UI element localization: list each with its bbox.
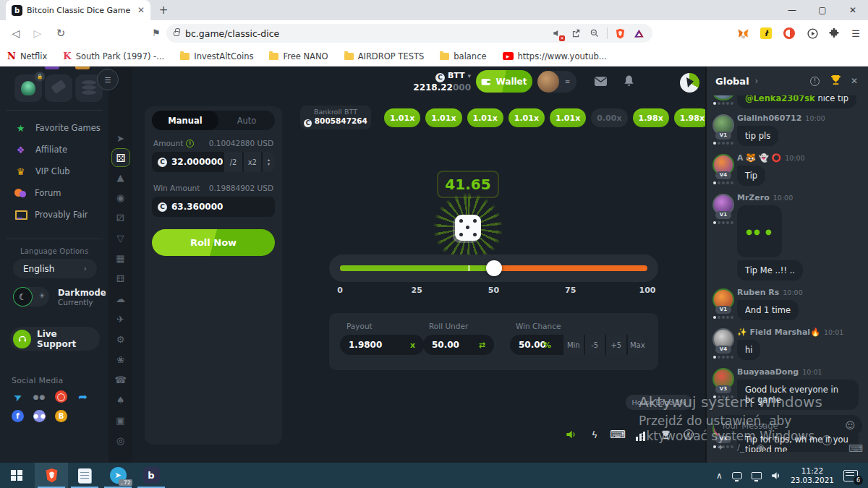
tab-close-icon[interactable]: ✕ — [137, 5, 145, 15]
chance-plus5-button[interactable]: +5 — [605, 335, 626, 355]
share-icon[interactable] — [569, 27, 582, 40]
browser-tab[interactable]: b Bitcoin Classic Dice Game - Play D ✕ — [6, 0, 150, 20]
metamask-extension-icon[interactable] — [735, 25, 751, 41]
rain-icon[interactable]: ✦ — [717, 442, 724, 453]
bookmark-flag-icon[interactable]: ⚑ — [148, 25, 165, 42]
chat-info-icon[interactable]: ! — [810, 77, 823, 86]
game-strip-icon-5[interactable]: ⚂ — [109, 213, 132, 228]
window-minimize-button[interactable]: — — [777, 0, 807, 20]
result-pill[interactable]: 1.98x — [633, 108, 669, 127]
slider-handle[interactable] — [486, 260, 502, 276]
tab-manual[interactable]: Manual — [152, 111, 218, 130]
wallet-button[interactable]: Wallet — [476, 70, 532, 93]
bookmark-folder-balance[interactable]: balance — [440, 51, 486, 61]
darkmode-toggle[interactable]: ☾ ☀ — [13, 287, 49, 307]
leaderboard-icon[interactable] — [658, 428, 673, 441]
game-strip-icon-10[interactable]: ✈ — [109, 314, 132, 330]
taskbar-bcgame[interactable]: b — [135, 463, 168, 488]
sidebar-item-favorite-games[interactable]: ★ Favorite Games — [0, 117, 109, 139]
result-pill[interactable]: 1.01x — [467, 108, 503, 127]
game-strip-icon-6[interactable]: ▽ — [109, 233, 132, 249]
roll-under-input[interactable]: 50.00⇄ — [423, 335, 494, 355]
payout-input[interactable]: 1.9800x — [340, 335, 424, 355]
sidebar-item-provably-fair[interactable]: Provably Fair — [0, 204, 109, 226]
result-pill[interactable]: 1.01x — [509, 108, 545, 127]
game-strip-icon-11[interactable]: ⚙ — [109, 334, 132, 350]
taskbar-clock[interactable]: 11:22 23.03.2021 — [791, 466, 834, 485]
sidebar-item-affiliate[interactable]: ❖ Affiliate — [0, 139, 109, 160]
facebook-icon[interactable]: f — [12, 410, 24, 422]
result-pill[interactable]: 1.01x — [550, 108, 586, 127]
back-button[interactable]: ◁ — [7, 25, 25, 42]
currency-selector[interactable]: C BTT ▾ 2218.22000 — [401, 71, 471, 93]
game-strip-icon-13[interactable]: ☎ — [109, 374, 132, 390]
bookmark-southpark[interactable]: KSouth Park (1997) -... — [63, 51, 164, 61]
notification-center-icon[interactable]: 6 — [843, 470, 858, 481]
address-bar[interactable]: bc.game/classic-dice ✕ — [166, 24, 652, 43]
tray-volume-icon[interactable] — [771, 471, 781, 480]
chat-close-icon[interactable]: ✕ — [848, 76, 861, 86]
chat-hotkeys-icon[interactable]: ⌨ — [848, 442, 863, 454]
win-chance-input[interactable]: 50.00 % Min -5 +5 Max — [510, 335, 647, 355]
bookmark-folder-investaltcoins[interactable]: InvestAltCoins — [180, 51, 253, 61]
taskbar-telegram[interactable]: ➤..72 — [101, 463, 135, 488]
turbo-icon[interactable]: ϟ — [587, 428, 603, 441]
medium-icon[interactable]: ●● — [33, 390, 46, 403]
game-strip-icon-dice-selected[interactable]: ⚄ — [111, 148, 130, 167]
bookmark-netflix[interactable]: NNetflix — [7, 51, 47, 61]
game-strip-icon-1[interactable]: ➤ — [109, 133, 132, 149]
bookmark-youtube[interactable]: ▶https://www.youtub... — [503, 51, 607, 61]
clover-icon[interactable]: ❀ — [757, 442, 765, 453]
language-selector[interactable]: English › — [13, 259, 97, 278]
chat-toggle-icon[interactable] — [680, 73, 699, 93]
start-button[interactable] — [0, 463, 33, 488]
tab-auto[interactable]: Auto — [218, 116, 275, 126]
tray-network-icon[interactable] — [752, 472, 762, 479]
sidebar-collapse-button[interactable]: ☰ — [97, 69, 119, 90]
puzzle-extensions-icon[interactable] — [826, 25, 842, 41]
chance-min-button[interactable]: Min — [562, 335, 584, 355]
chance-minus5-button[interactable]: -5 — [584, 335, 605, 355]
trophy-icon[interactable] — [829, 74, 842, 87]
game-tile-locked[interactable]: 🔒 — [14, 74, 42, 102]
help-icon[interactable]: ? — [681, 428, 697, 441]
bell-icon[interactable] — [621, 74, 636, 88]
twitter-icon[interactable]: ➦ — [77, 390, 89, 403]
orange-circle-extension-icon[interactable] — [781, 25, 797, 41]
tray-expand-icon[interactable]: ∧ — [716, 471, 723, 481]
game-strip-icon-12[interactable]: ❀ — [109, 354, 132, 370]
live-support-button[interactable]: Live Support — [10, 327, 100, 351]
game-strip-icon-8[interactable]: ⚅ — [109, 273, 132, 289]
new-tab-button[interactable]: + — [156, 3, 171, 17]
half-bet-button[interactable]: /2 — [223, 152, 242, 172]
sidebar-item-forum[interactable]: Forum — [0, 182, 109, 204]
hotkeys-icon[interactable]: ⌨ — [610, 428, 626, 441]
taskbar-brave[interactable] — [35, 463, 68, 488]
amount-input[interactable]: C32.000000 /2 x2 ▴▾ — [152, 152, 275, 172]
sidebar-item-vip-club[interactable]: ♛ VIP Club — [0, 160, 109, 182]
github-icon[interactable]: ◯ — [55, 390, 67, 403]
browser-menu-icon[interactable]: ☰ — [848, 25, 864, 41]
chance-max-button[interactable]: Max — [626, 335, 648, 355]
bookmark-folder-airdrop[interactable]: AIRDROP TESTS — [344, 51, 425, 61]
window-close-button[interactable]: ✕ — [838, 0, 868, 20]
mail-icon[interactable] — [593, 74, 608, 88]
discord-icon[interactable]: ● ● — [33, 410, 46, 422]
emoji-icon[interactable]: ☺ — [845, 420, 855, 431]
reload-button[interactable]: ↻ — [52, 25, 69, 42]
stats-icon[interactable] — [633, 428, 649, 441]
sound-icon[interactable] — [563, 428, 579, 441]
game-tile-ticket[interactable] — [45, 74, 72, 102]
result-pill[interactable]: 1.01x — [384, 108, 420, 127]
double-bet-button[interactable]: x2 — [242, 152, 261, 172]
telegram-icon[interactable]: ➤ — [9, 388, 26, 405]
zoom-out-icon[interactable] — [588, 27, 601, 40]
info-icon[interactable]: i — [186, 140, 194, 147]
tab-muted-icon[interactable]: ✕ — [550, 27, 563, 40]
bitcoin-icon[interactable]: B — [55, 410, 67, 422]
game-strip-icon-15[interactable]: ▣ — [109, 415, 132, 431]
profile-menu[interactable]: ≡ — [537, 71, 576, 93]
window-restore-button[interactable]: ▢ — [807, 0, 838, 20]
game-strip-icon-3[interactable]: ▲ — [109, 172, 132, 188]
result-pill[interactable]: 1.01x — [425, 108, 461, 127]
